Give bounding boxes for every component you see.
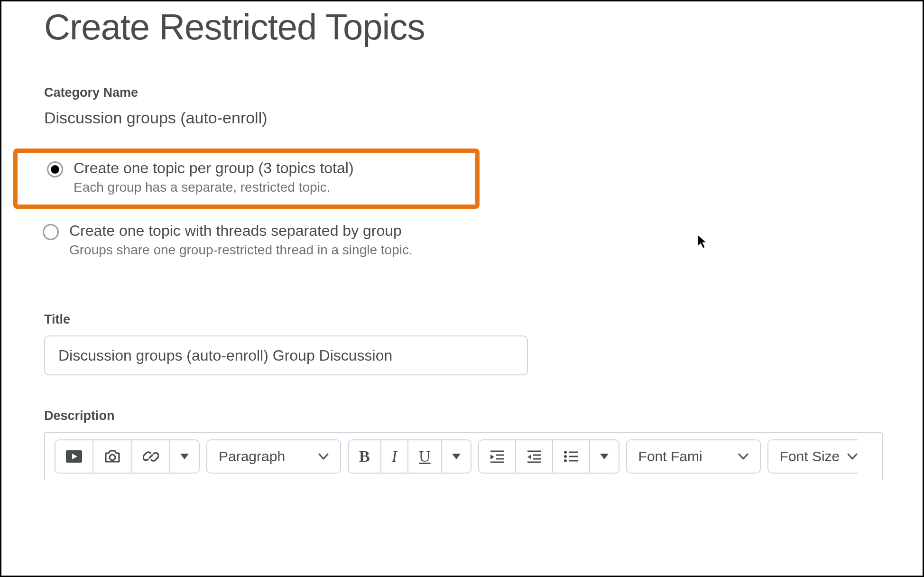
increase-indent-button[interactable] — [479, 440, 516, 473]
indent-left-icon — [527, 450, 542, 463]
editor-toolbar: Paragraph B I U — [45, 433, 882, 480]
font-family-group: Font Fami — [626, 439, 761, 474]
svg-marker-14 — [527, 455, 531, 459]
svg-marker-4 — [452, 454, 461, 459]
indent-list-group — [478, 439, 619, 474]
description-editor: Paragraph B I U — [44, 432, 883, 480]
description-label: Description — [44, 409, 880, 423]
bold-button[interactable]: B — [349, 440, 381, 473]
text-format-more-dropdown[interactable] — [442, 440, 471, 473]
caret-down-icon — [452, 454, 461, 459]
bold-icon: B — [359, 447, 370, 465]
option-per-group-label: Create one topic per group (3 topics tot… — [74, 159, 354, 177]
paragraph-style-group: Paragraph — [206, 439, 341, 474]
camera-icon — [104, 450, 121, 463]
option-single-topic-desc: Groups share one group-restricted thread… — [69, 242, 413, 258]
topic-creation-options: Create one topic per group (3 topics tot… — [13, 149, 880, 267]
insert-video-button[interactable] — [55, 440, 93, 473]
decrease-indent-button[interactable] — [516, 440, 553, 473]
font-family-dropdown[interactable]: Font Fami — [627, 440, 760, 473]
option-per-group-desc: Each group has a separate, restricted to… — [74, 180, 354, 195]
category-name-value: Discussion groups (auto-enroll) — [44, 109, 880, 127]
chevron-down-icon — [738, 453, 748, 460]
font-size-group: Font Size — [767, 439, 858, 474]
underline-button[interactable]: U — [408, 440, 442, 473]
bullet-list-button[interactable] — [553, 440, 590, 473]
paragraph-style-dropdown[interactable]: Paragraph — [207, 440, 340, 473]
title-label: Title — [44, 312, 880, 327]
insert-link-button[interactable] — [132, 440, 170, 473]
video-icon — [66, 450, 82, 463]
svg-marker-21 — [600, 454, 609, 459]
radio-button-per-group[interactable] — [47, 161, 63, 177]
caret-down-icon — [180, 454, 189, 459]
title-input[interactable] — [44, 335, 528, 375]
chevron-down-icon — [318, 453, 329, 460]
insert-image-button[interactable] — [93, 440, 132, 473]
media-link-group — [55, 439, 200, 474]
paragraph-style-label: Paragraph — [219, 448, 285, 465]
svg-point-15 — [564, 451, 567, 454]
chevron-down-icon — [847, 453, 858, 460]
italic-icon: I — [392, 447, 397, 465]
text-format-group: B I U — [348, 439, 471, 474]
media-link-more-dropdown[interactable] — [170, 440, 199, 473]
font-size-label: Font Size — [780, 448, 840, 465]
indent-list-more-dropdown[interactable] — [590, 440, 619, 473]
link-icon — [143, 448, 159, 465]
indent-right-icon — [490, 450, 505, 463]
bullet-list-icon — [564, 450, 579, 463]
caret-down-icon — [600, 454, 609, 459]
radio-button-single-topic[interactable] — [43, 224, 59, 240]
svg-marker-9 — [490, 455, 494, 459]
svg-marker-3 — [180, 454, 189, 459]
option-single-topic-label: Create one topic with threads separated … — [69, 222, 413, 240]
font-family-label: Font Fami — [638, 448, 702, 465]
svg-point-17 — [564, 459, 567, 462]
option-create-per-group[interactable]: Create one topic per group (3 topics tot… — [13, 149, 480, 209]
italic-button[interactable]: I — [381, 440, 408, 473]
option-create-single-topic[interactable]: Create one topic with threads separated … — [13, 217, 880, 267]
svg-point-16 — [564, 455, 567, 458]
category-name-label: Category Name — [44, 85, 880, 100]
underline-icon: U — [419, 447, 431, 465]
font-size-dropdown[interactable]: Font Size — [768, 440, 858, 473]
page-title: Create Restricted Topics — [44, 6, 880, 47]
svg-point-2 — [110, 455, 115, 460]
